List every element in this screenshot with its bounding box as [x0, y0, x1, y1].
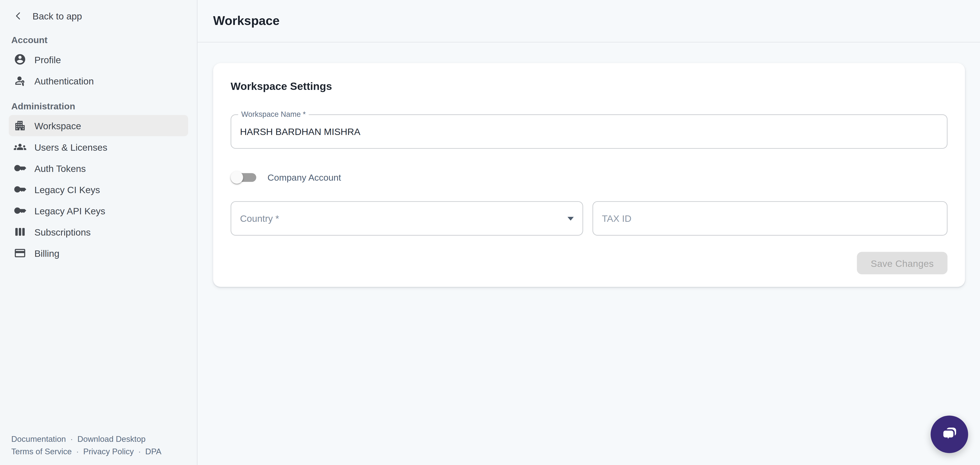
section-header-administration: Administration	[11, 101, 197, 111]
footer-separator: ·	[76, 446, 79, 456]
caret-down-icon	[568, 217, 574, 220]
sidebar-item-authentication[interactable]: Authentication	[9, 70, 188, 91]
sidebar-item-workspace[interactable]: Workspace	[9, 115, 188, 136]
chat-launcher-button[interactable]	[931, 416, 968, 453]
columns-icon	[14, 226, 26, 238]
sidebar-footer: Documentation·Download Desktop Terms of …	[11, 433, 192, 457]
credit-card-icon	[14, 247, 26, 260]
workspace-name-label: Workspace Name *	[238, 110, 309, 119]
key-icon	[14, 183, 26, 196]
download-desktop-link[interactable]: Download Desktop	[78, 435, 146, 444]
dpa-link[interactable]: DPA	[145, 446, 161, 456]
section-header-account: Account	[11, 35, 197, 45]
workspace-name-input[interactable]	[231, 115, 947, 148]
page-content: Workspace Settings Workspace Name * Comp…	[197, 43, 980, 465]
building-icon	[14, 119, 26, 132]
workspace-name-field: Workspace Name *	[231, 115, 947, 149]
main-panel: Workspace Workspace Settings Workspace N…	[197, 0, 980, 465]
key-icon	[14, 204, 26, 217]
card-actions: Save Changes	[231, 252, 947, 274]
account-circle-icon	[14, 53, 26, 65]
sidebar-item-legacy-ci-keys[interactable]: Legacy CI Keys	[9, 179, 188, 200]
sidebar-item-subscriptions[interactable]: Subscriptions	[9, 221, 188, 242]
sidebar-item-label: Subscriptions	[34, 226, 91, 237]
key-icon	[14, 162, 26, 174]
passkey-icon	[14, 74, 26, 87]
country-tax-row: Country *	[231, 201, 947, 236]
page-header: Workspace	[197, 0, 980, 43]
chat-bubbles-icon	[940, 425, 959, 444]
sidebar-item-profile[interactable]: Profile	[9, 49, 188, 70]
settings-sidebar: Back to app Account Profile Authenticati…	[0, 0, 197, 465]
page-title: Workspace	[213, 14, 280, 28]
privacy-policy-link[interactable]: Privacy Policy	[83, 446, 134, 456]
sidebar-item-users-licenses[interactable]: Users & Licenses	[9, 136, 188, 158]
tax-id-input[interactable]	[593, 202, 947, 235]
sidebar-item-label: Auth Tokens	[34, 163, 86, 174]
company-account-label: Company Account	[267, 173, 341, 183]
save-changes-button[interactable]: Save Changes	[857, 252, 948, 274]
toggle-thumb	[231, 171, 243, 184]
sidebar-item-label: Authentication	[34, 75, 94, 86]
sidebar-item-auth-tokens[interactable]: Auth Tokens	[9, 158, 188, 179]
footer-row-1: Documentation·Download Desktop	[11, 433, 192, 445]
country-select[interactable]: Country *	[231, 201, 583, 236]
sidebar-item-billing[interactable]: Billing	[9, 242, 188, 264]
sidebar-item-label: Legacy API Keys	[34, 205, 105, 216]
documentation-link[interactable]: Documentation	[11, 435, 66, 444]
company-account-toggle[interactable]	[231, 170, 256, 185]
terms-of-service-link[interactable]: Terms of Service	[11, 446, 72, 456]
footer-separator: ·	[138, 446, 141, 456]
groups-icon	[14, 141, 26, 153]
footer-separator: ·	[70, 435, 73, 444]
company-account-row: Company Account	[231, 165, 947, 190]
footer-row-2: Terms of Service·Privacy Policy·DPA	[11, 445, 192, 457]
sidebar-item-label: Legacy CI Keys	[34, 184, 100, 195]
back-to-app-label: Back to app	[33, 11, 82, 21]
sidebar-item-label: Profile	[34, 54, 61, 65]
card-title: Workspace Settings	[231, 81, 947, 93]
workspace-settings-card: Workspace Settings Workspace Name * Comp…	[213, 63, 965, 287]
sidebar-item-label: Billing	[34, 248, 59, 258]
sidebar-item-legacy-api-keys[interactable]: Legacy API Keys	[9, 200, 188, 221]
country-placeholder: Country *	[240, 213, 279, 224]
back-to-app-button[interactable]: Back to app	[0, 0, 197, 21]
sidebar-item-label: Users & Licenses	[34, 142, 107, 152]
app-window: Back to app Account Profile Authenticati…	[0, 0, 980, 465]
chevron-left-icon	[13, 11, 24, 21]
tax-id-field	[593, 201, 948, 236]
sidebar-item-label: Workspace	[34, 120, 81, 131]
